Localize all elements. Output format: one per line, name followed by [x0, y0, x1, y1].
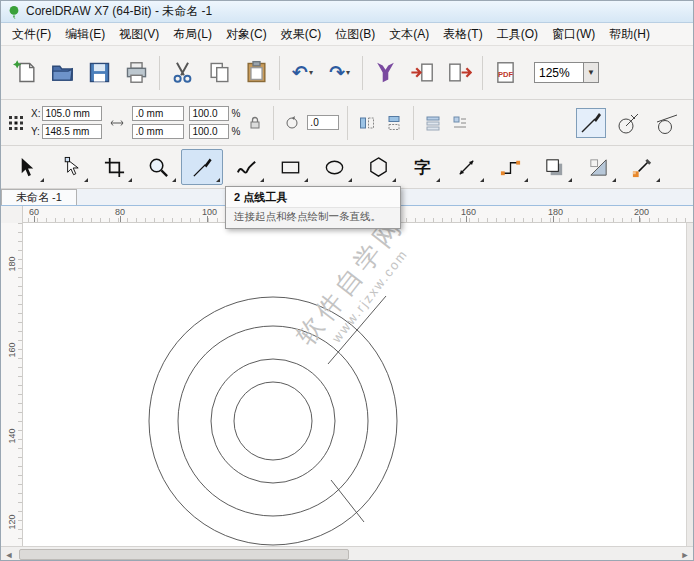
menu-window[interactable]: 窗口(W)	[545, 23, 602, 46]
mirror-horizontal-button[interactable]	[356, 112, 378, 134]
launcher-icon	[373, 60, 398, 85]
x-position-input[interactable]	[42, 106, 102, 121]
new-document-button[interactable]	[7, 54, 44, 92]
scroll-right-arrow[interactable]: ►	[677, 547, 693, 561]
menu-view[interactable]: 视图(V)	[112, 23, 166, 46]
menu-file[interactable]: 文件(F)	[5, 23, 58, 46]
scroll-left-arrow[interactable]: ◄	[1, 547, 17, 561]
h-ruler-tick	[639, 216, 640, 222]
coreldraw-logo-icon	[7, 5, 21, 19]
undo-button[interactable]: ↶▾	[284, 54, 321, 92]
document-tab[interactable]: 未命名 -1	[1, 189, 77, 205]
menu-bar: 文件(F)编辑(E)视图(V)布局(L)对象(C)效果(C)位图(B)文本(A)…	[1, 23, 693, 46]
drawn-circle[interactable]	[234, 382, 312, 460]
scale-y-input[interactable]	[189, 124, 229, 139]
drawn-circle[interactable]	[211, 359, 335, 483]
paste-button[interactable]	[238, 54, 275, 92]
zoom-dropdown-button[interactable]: ▼	[584, 62, 599, 83]
launcher-button[interactable]	[367, 54, 404, 92]
vertical-ruler[interactable]: 180160140120	[1, 223, 23, 546]
h-ruler-tick	[466, 216, 467, 222]
menu-help[interactable]: 帮助(H)	[602, 23, 657, 46]
pdf-button[interactable]: PDF	[487, 54, 524, 92]
print-button[interactable]	[118, 54, 155, 92]
zoom-level-combo: ▼	[534, 62, 599, 83]
drawn-circle[interactable]	[149, 297, 397, 545]
v-ruler-number: 180	[7, 256, 17, 271]
ellipse-tool[interactable]	[313, 149, 355, 185]
menu-object[interactable]: 对象(C)	[219, 23, 274, 46]
shape-tool[interactable]	[49, 149, 91, 185]
object-height-input[interactable]	[132, 124, 184, 139]
menu-text[interactable]: 文本(A)	[382, 23, 436, 46]
copy-button[interactable]	[201, 54, 238, 92]
pick-tool[interactable]	[5, 149, 47, 185]
horizontal-scrollbar[interactable]: ◄ ►	[1, 546, 693, 561]
svg-text:字: 字	[414, 158, 431, 176]
menu-edit[interactable]: 编辑(E)	[58, 23, 112, 46]
v-ruler-number: 140	[7, 428, 17, 443]
polygon-tool[interactable]	[357, 149, 399, 185]
color-eyedropper-tool[interactable]	[621, 149, 663, 185]
wrap-options-icon[interactable]	[449, 112, 471, 134]
rotation-angle-input[interactable]	[307, 115, 339, 130]
menu-effects[interactable]: 效果(C)	[274, 23, 329, 46]
lock-ratio-button[interactable]	[245, 107, 265, 139]
shape-icon	[59, 156, 82, 179]
menu-layout[interactable]: 布局(L)	[166, 23, 219, 46]
import-button[interactable]	[404, 54, 441, 92]
rotation-angle-icon	[282, 107, 302, 139]
redo-dropdown-caret[interactable]: ▾	[346, 68, 350, 77]
menu-bitmaps[interactable]: 位图(B)	[328, 23, 382, 46]
dimension-tool[interactable]	[445, 149, 487, 185]
separator	[347, 106, 348, 140]
menu-tools[interactable]: 工具(O)	[490, 23, 545, 46]
window-title: CorelDRAW X7 (64-Bit) - 未命名 -1	[26, 3, 212, 20]
menu-table[interactable]: 表格(T)	[436, 23, 489, 46]
toolbar-separator	[159, 56, 160, 90]
zoom-tool[interactable]	[137, 149, 179, 185]
h-ruler-tick	[34, 216, 35, 222]
document-tab-label: 未命名 -1	[16, 190, 62, 205]
crop-tool[interactable]	[93, 149, 135, 185]
tool-tooltip: 2 点线工具 连接起点和终点绘制一条直线。	[225, 186, 401, 229]
y-position-input[interactable]	[42, 124, 102, 139]
object-width-input[interactable]	[132, 106, 184, 121]
redo-button[interactable]: ↷▾	[321, 54, 358, 92]
mirror-vertical-button[interactable]	[383, 112, 405, 134]
percent-label-x: %	[231, 108, 240, 119]
ellipse-icon	[323, 156, 346, 179]
scale-x-input[interactable]	[189, 106, 229, 121]
zoom-level-input[interactable]	[534, 62, 584, 83]
drawn-circle[interactable]	[178, 326, 368, 516]
connector-tool[interactable]	[489, 149, 531, 185]
two-point-line-tool[interactable]	[181, 149, 223, 185]
connector-icon	[499, 156, 522, 179]
canvas[interactable]: 软件自学网 www.rjzxw.com	[23, 223, 686, 546]
save-button[interactable]	[81, 54, 118, 92]
toolbar-buttons: ↶▾↷▾PDF	[7, 54, 524, 92]
artistic-media-tool[interactable]	[225, 149, 267, 185]
perpendicular-line-mode-button[interactable]	[614, 108, 644, 138]
color-eyedropper-icon	[631, 156, 654, 179]
export-button[interactable]	[441, 54, 478, 92]
vertical-scrollbar[interactable]	[686, 223, 693, 546]
work-area: 180160140120 软件自学网 www.rjzxw.com	[1, 223, 693, 546]
text-tool[interactable]: 字	[401, 149, 443, 185]
rectangle-icon	[279, 156, 302, 179]
transparency-tool[interactable]	[577, 149, 619, 185]
scrollbar-thumb[interactable]	[19, 549, 349, 560]
drawn-line[interactable]	[331, 480, 364, 522]
two-point-line-mode-button[interactable]	[576, 108, 606, 138]
snap-options-icon[interactable]	[422, 112, 444, 134]
tangent-line-mode-button[interactable]	[652, 108, 682, 138]
open-button[interactable]	[44, 54, 81, 92]
svg-text:PDF: PDF	[498, 70, 514, 79]
print-icon	[124, 60, 149, 85]
ruler-origin-corner[interactable]	[1, 206, 23, 223]
undo-dropdown-caret[interactable]: ▾	[309, 68, 313, 77]
drop-shadow-tool[interactable]	[533, 149, 575, 185]
h-ruler-number: 200	[634, 207, 649, 217]
cut-button[interactable]	[164, 54, 201, 92]
rectangle-tool[interactable]	[269, 149, 311, 185]
